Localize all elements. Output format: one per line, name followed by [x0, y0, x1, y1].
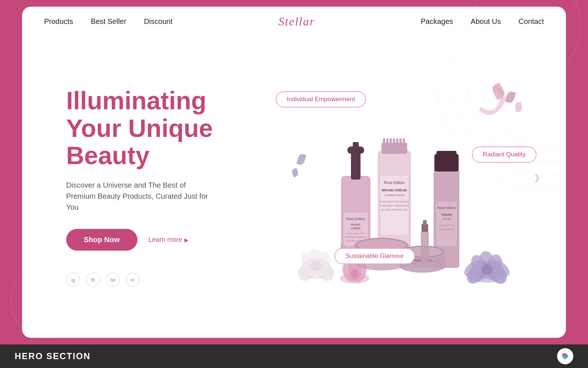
nav-products[interactable]: Products [44, 17, 73, 26]
nav-bestseller[interactable]: Best Seller [91, 17, 126, 26]
svg-rect-82 [423, 220, 427, 225]
svg-text:Rose Edition: Rose Edition [346, 217, 365, 221]
nav-aboutus[interactable]: About Us [471, 17, 501, 26]
outer-background: Products Best Seller Discount Stellar Pa… [0, 0, 588, 368]
svg-rect-46 [396, 138, 398, 144]
svg-text:consectetuer adipiscing elit: consectetuer adipiscing elit [380, 204, 409, 207]
hero-left: Illuminating Your Unique Beauty Discover… [66, 39, 257, 327]
svg-rect-59 [437, 151, 456, 157]
petal-3 [514, 102, 523, 112]
svg-rect-45 [393, 138, 395, 144]
svg-text:BRAND CREAM: BRAND CREAM [382, 188, 407, 192]
figma-icon[interactable] [557, 348, 573, 364]
title-line3: Beauty [66, 141, 150, 169]
chevron-right-icon: ❯ [534, 173, 540, 183]
svg-rect-31 [353, 142, 359, 149]
hero-title: Illuminating Your Unique Beauty [66, 87, 257, 169]
svg-rect-80 [421, 230, 429, 263]
nav-packages[interactable]: Packages [421, 17, 453, 26]
title-line1: Illuminating [66, 86, 207, 114]
nav-contact[interactable]: Contact [519, 17, 544, 26]
svg-rect-42 [383, 138, 385, 144]
svg-text:CREAM: CREAM [441, 213, 452, 216]
hero-buttons: Shop Now Learn more [66, 229, 257, 251]
main-card: Products Best Seller Discount Stellar Pa… [22, 7, 566, 338]
svg-rect-29 [351, 150, 361, 180]
svg-point-10 [311, 261, 321, 271]
svg-text:Rose Edition: Rose Edition [384, 181, 405, 185]
hero-subtitle: Discover a Universe and The Best of Prem… [66, 180, 213, 213]
hero-right: Individual Empowerment Radiant Quality S… [257, 39, 544, 327]
svg-text:Lorem ipsum dolor sit amet: Lorem ipsum dolor sit amet [380, 200, 409, 203]
social-instagram[interactable]: ig [66, 273, 80, 287]
social-twitter[interactable]: tw [106, 273, 120, 287]
svg-text:Lorem ipsum dolor: Lorem ipsum dolor [347, 232, 365, 234]
svg-text:sed diam nonummy nibh: sed diam nonummy nibh [381, 208, 408, 211]
nav-right: Packages About Us Contact [421, 17, 544, 26]
svg-rect-48 [403, 138, 405, 144]
social-icons: ig fb tw in [66, 273, 257, 287]
svg-text:amet adipiscing: amet adipiscing [439, 228, 454, 230]
social-facebook[interactable]: fb [86, 273, 100, 287]
section-title: HERO SECTION [15, 351, 91, 361]
nav-left: Products Best Seller Discount [44, 17, 172, 26]
svg-rect-47 [399, 138, 402, 144]
shop-now-button[interactable]: Shop Now [66, 229, 137, 251]
svg-text:Rose Edition: Rose Edition [437, 206, 456, 210]
pill-individual-empowerment: Individual Empowerment [276, 91, 366, 107]
svg-point-87 [562, 353, 565, 356]
svg-text:LOREM: LOREM [351, 227, 360, 230]
brand-logo[interactable]: Stellar [279, 15, 315, 28]
product-scene: Individual Empowerment Radiant Quality S… [276, 80, 526, 286]
svg-rect-41 [381, 143, 407, 154]
svg-text:consectetur adipiscing: consectetur adipiscing [345, 236, 366, 238]
bottom-bar: HERO SECTION [0, 344, 588, 368]
svg-rect-43 [386, 138, 388, 144]
nav-discount[interactable]: Discount [144, 17, 173, 26]
svg-point-15 [351, 270, 359, 278]
svg-point-24 [481, 264, 492, 275]
title-line2: Your Unique [66, 114, 213, 142]
learn-more-button[interactable]: Learn more [148, 236, 189, 244]
social-linkedin[interactable]: in [126, 273, 140, 287]
svg-text:IPSUM: IPSUM [442, 218, 451, 220]
pill-radiant-quality: Radiant Quality [472, 146, 537, 163]
pill-sustainable-glamour: Sustainable Glamour [334, 248, 415, 264]
svg-text:BRAND: BRAND [351, 223, 360, 226]
svg-text:LOREM IPSUM: LOREM IPSUM [384, 194, 405, 197]
hero-content: Illuminating Your Unique Beauty Discover… [22, 32, 566, 338]
svg-point-86 [565, 355, 568, 358]
svg-rect-44 [390, 138, 392, 144]
navbar: Products Best Seller Discount Stellar Pa… [22, 7, 566, 32]
svg-text:Lorem dolor sit: Lorem dolor sit [439, 224, 454, 226]
